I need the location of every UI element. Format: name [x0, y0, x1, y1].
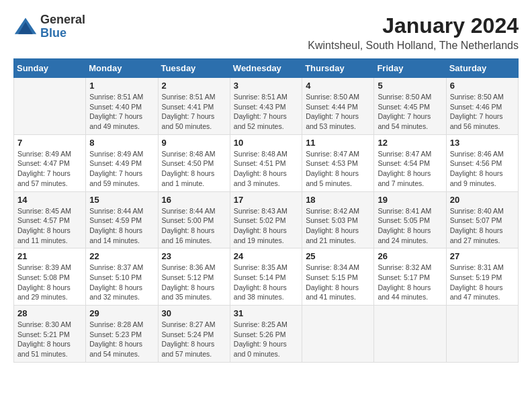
day-number: 30	[162, 308, 226, 318]
day-info: Sunrise: 8:45 AM Sunset: 4:57 PM Dayligh…	[17, 206, 82, 246]
day-info: Sunrise: 8:25 AM Sunset: 5:26 PM Dayligh…	[234, 320, 298, 359]
week-row-4: 28Sunrise: 8:30 AM Sunset: 5:21 PM Dayli…	[14, 306, 519, 363]
month-title: January 2024	[308, 13, 519, 38]
day-number: 11	[306, 138, 370, 148]
day-info: Sunrise: 8:32 AM Sunset: 5:17 PM Dayligh…	[378, 263, 442, 302]
logo-text: General Blue	[40, 13, 85, 40]
day-cell: 4Sunrise: 8:50 AM Sunset: 4:44 PM Daylig…	[302, 78, 374, 135]
day-number: 1	[89, 81, 154, 91]
day-info: Sunrise: 8:47 AM Sunset: 4:54 PM Dayligh…	[378, 149, 442, 189]
day-info: Sunrise: 8:49 AM Sunset: 4:47 PM Dayligh…	[17, 149, 82, 189]
day-number: 6	[450, 81, 515, 91]
day-cell: 5Sunrise: 8:50 AM Sunset: 4:45 PM Daylig…	[374, 78, 446, 135]
day-number: 5	[378, 81, 442, 91]
day-info: Sunrise: 8:37 AM Sunset: 5:10 PM Dayligh…	[89, 263, 154, 302]
day-cell: 16Sunrise: 8:44 AM Sunset: 5:00 PM Dayli…	[158, 191, 230, 248]
day-number: 10	[234, 138, 298, 148]
day-cell: 28Sunrise: 8:30 AM Sunset: 5:21 PM Dayli…	[14, 306, 86, 363]
day-cell: 18Sunrise: 8:42 AM Sunset: 5:03 PM Dayli…	[302, 191, 374, 248]
logo-blue: Blue	[40, 27, 85, 40]
day-number: 17	[234, 195, 298, 205]
day-number: 7	[17, 138, 82, 148]
day-info: Sunrise: 8:44 AM Sunset: 5:00 PM Dayligh…	[162, 206, 226, 246]
day-info: Sunrise: 8:50 AM Sunset: 4:44 PM Dayligh…	[306, 92, 370, 132]
day-cell: 29Sunrise: 8:28 AM Sunset: 5:23 PM Dayli…	[86, 306, 158, 363]
day-cell: 22Sunrise: 8:37 AM Sunset: 5:10 PM Dayli…	[86, 248, 158, 306]
logo-icon	[13, 15, 38, 39]
day-cell: 14Sunrise: 8:45 AM Sunset: 4:57 PM Dayli…	[14, 191, 86, 248]
day-number: 12	[378, 138, 442, 148]
day-cell: 21Sunrise: 8:39 AM Sunset: 5:08 PM Dayli…	[14, 248, 86, 306]
day-info: Sunrise: 8:51 AM Sunset: 4:40 PM Dayligh…	[89, 92, 154, 132]
day-cell: 15Sunrise: 8:44 AM Sunset: 4:59 PM Dayli…	[86, 191, 158, 248]
day-number: 21	[17, 251, 82, 261]
day-number: 4	[306, 81, 370, 91]
day-number: 19	[378, 195, 442, 205]
header-thursday: Thursday	[302, 59, 374, 78]
day-number: 16	[162, 195, 226, 205]
day-cell	[374, 306, 446, 363]
day-cell: 17Sunrise: 8:43 AM Sunset: 5:02 PM Dayli…	[230, 191, 302, 248]
day-info: Sunrise: 8:40 AM Sunset: 5:07 PM Dayligh…	[450, 206, 515, 246]
day-cell: 2Sunrise: 8:51 AM Sunset: 4:41 PM Daylig…	[158, 78, 230, 135]
header-tuesday: Tuesday	[158, 59, 230, 78]
day-cell: 9Sunrise: 8:48 AM Sunset: 4:50 PM Daylig…	[158, 134, 230, 191]
day-number: 31	[234, 308, 298, 318]
header-wednesday: Wednesday	[230, 59, 302, 78]
logo: General Blue	[13, 13, 85, 40]
day-number: 15	[89, 195, 154, 205]
day-info: Sunrise: 8:48 AM Sunset: 4:51 PM Dayligh…	[234, 149, 298, 189]
day-cell: 24Sunrise: 8:35 AM Sunset: 5:14 PM Dayli…	[230, 248, 302, 306]
day-number: 18	[306, 195, 370, 205]
day-cell: 6Sunrise: 8:50 AM Sunset: 4:46 PM Daylig…	[446, 78, 518, 135]
day-info: Sunrise: 8:49 AM Sunset: 4:49 PM Dayligh…	[89, 149, 154, 189]
day-info: Sunrise: 8:48 AM Sunset: 4:50 PM Dayligh…	[162, 149, 226, 189]
day-info: Sunrise: 8:34 AM Sunset: 5:15 PM Dayligh…	[306, 263, 370, 302]
day-info: Sunrise: 8:31 AM Sunset: 5:19 PM Dayligh…	[450, 263, 515, 302]
day-cell	[302, 306, 374, 363]
day-cell: 12Sunrise: 8:47 AM Sunset: 4:54 PM Dayli…	[374, 134, 446, 191]
day-number: 22	[89, 251, 154, 261]
day-number: 27	[450, 251, 515, 261]
day-number: 25	[306, 251, 370, 261]
day-info: Sunrise: 8:30 AM Sunset: 5:21 PM Dayligh…	[17, 320, 82, 359]
day-number: 2	[162, 81, 226, 91]
day-number: 23	[162, 251, 226, 261]
day-cell	[14, 78, 86, 135]
day-info: Sunrise: 8:41 AM Sunset: 5:05 PM Dayligh…	[378, 206, 442, 246]
day-cell: 3Sunrise: 8:51 AM Sunset: 4:43 PM Daylig…	[230, 78, 302, 135]
calendar-table: SundayMondayTuesdayWednesdayThursdayFrid…	[13, 58, 519, 363]
week-row-3: 21Sunrise: 8:39 AM Sunset: 5:08 PM Dayli…	[14, 248, 519, 306]
day-info: Sunrise: 8:43 AM Sunset: 5:02 PM Dayligh…	[234, 206, 298, 246]
day-cell: 23Sunrise: 8:36 AM Sunset: 5:12 PM Dayli…	[158, 248, 230, 306]
day-info: Sunrise: 8:39 AM Sunset: 5:08 PM Dayligh…	[17, 263, 82, 302]
day-number: 20	[450, 195, 515, 205]
logo-general: General	[40, 13, 85, 27]
day-info: Sunrise: 8:27 AM Sunset: 5:24 PM Dayligh…	[162, 320, 226, 359]
day-info: Sunrise: 8:35 AM Sunset: 5:14 PM Dayligh…	[234, 263, 298, 302]
day-cell: 31Sunrise: 8:25 AM Sunset: 5:26 PM Dayli…	[230, 306, 302, 363]
day-cell: 27Sunrise: 8:31 AM Sunset: 5:19 PM Dayli…	[446, 248, 518, 306]
day-cell: 8Sunrise: 8:49 AM Sunset: 4:49 PM Daylig…	[86, 134, 158, 191]
week-row-1: 7Sunrise: 8:49 AM Sunset: 4:47 PM Daylig…	[14, 134, 519, 191]
day-info: Sunrise: 8:42 AM Sunset: 5:03 PM Dayligh…	[306, 206, 370, 246]
day-info: Sunrise: 8:36 AM Sunset: 5:12 PM Dayligh…	[162, 263, 226, 302]
day-info: Sunrise: 8:50 AM Sunset: 4:45 PM Dayligh…	[378, 92, 442, 132]
day-cell: 25Sunrise: 8:34 AM Sunset: 5:15 PM Dayli…	[302, 248, 374, 306]
day-number: 26	[378, 251, 442, 261]
day-number: 3	[234, 81, 298, 91]
day-cell: 11Sunrise: 8:47 AM Sunset: 4:53 PM Dayli…	[302, 134, 374, 191]
title-block: January 2024 Kwintsheul, South Holland, …	[308, 13, 519, 52]
day-cell: 7Sunrise: 8:49 AM Sunset: 4:47 PM Daylig…	[14, 134, 86, 191]
week-row-2: 14Sunrise: 8:45 AM Sunset: 4:57 PM Dayli…	[14, 191, 519, 248]
day-number: 28	[17, 308, 82, 318]
day-cell: 30Sunrise: 8:27 AM Sunset: 5:24 PM Dayli…	[158, 306, 230, 363]
header-friday: Friday	[374, 59, 446, 78]
day-cell: 19Sunrise: 8:41 AM Sunset: 5:05 PM Dayli…	[374, 191, 446, 248]
day-info: Sunrise: 8:44 AM Sunset: 4:59 PM Dayligh…	[89, 206, 154, 246]
header-row: SundayMondayTuesdayWednesdayThursdayFrid…	[14, 59, 519, 78]
day-info: Sunrise: 8:46 AM Sunset: 4:56 PM Dayligh…	[450, 149, 515, 189]
page-header: General Blue January 2024 Kwintsheul, So…	[13, 13, 519, 52]
week-row-0: 1Sunrise: 8:51 AM Sunset: 4:40 PM Daylig…	[14, 78, 519, 135]
day-number: 13	[450, 138, 515, 148]
